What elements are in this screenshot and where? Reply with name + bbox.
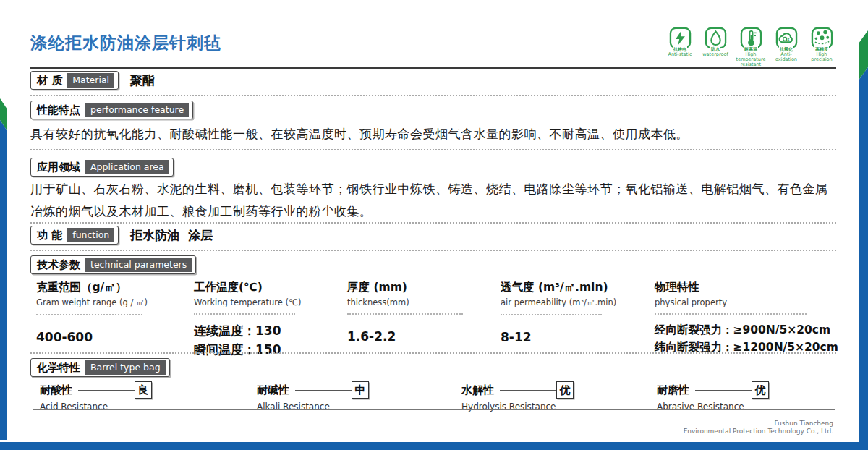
feature-zh-label: 耐高温 bbox=[744, 46, 758, 51]
chem-alkali-resistance: 耐碱性 中 Alkali Resistance bbox=[257, 381, 369, 412]
technical-row: 技术参数 technical parameters bbox=[30, 255, 196, 274]
chemical-zh: 化学特性 bbox=[37, 361, 80, 375]
chem-item-top: 水解性 优 bbox=[461, 381, 574, 399]
chem-grade-box: 良 bbox=[135, 381, 152, 399]
chem-connector-line bbox=[500, 390, 556, 391]
param-divider bbox=[36, 314, 142, 315]
page-title: 涤纶拒水防油涂层针刺毡 bbox=[30, 32, 221, 54]
feature-en-label: High temperature resistant bbox=[736, 52, 766, 67]
param-value: 瞬间温度：150 bbox=[194, 341, 339, 358]
param-divider bbox=[501, 314, 602, 315]
feature-high-temperature: 耐高温 High temperature resistant bbox=[736, 27, 765, 67]
application-row: 应用领域 Application area bbox=[30, 158, 174, 177]
application-section-label: 应用领域 Application area bbox=[30, 158, 174, 177]
feature-zh-label: 抗静电 bbox=[673, 46, 687, 51]
section-divider bbox=[30, 222, 836, 224]
chem-hydrolysis-resistance: 水解性 优 Hydrolysis Resistance bbox=[461, 381, 574, 412]
company-name-line2: Environmental Protection Technology Co.,… bbox=[684, 428, 833, 436]
param-zh-header: 物理特性 bbox=[655, 280, 850, 295]
application-zh: 应用领域 bbox=[37, 161, 80, 174]
performance-en-badge: performance feature bbox=[85, 103, 189, 117]
param-gram-weight: 克重范围（g/㎡） Gram weight range (g / ㎡) 400-… bbox=[36, 280, 181, 344]
param-thickness: 厚度 (mm) thickness(mm) 1.6-2.2 bbox=[347, 280, 485, 344]
material-zh: 材 质 bbox=[37, 74, 62, 88]
performance-zh: 性能特点 bbox=[37, 103, 80, 117]
function-section-label: 功 能 function bbox=[30, 226, 119, 245]
application-text: 用于矿山、石灰石粉、水泥的生料、磨机、包装等环节；钢铁行业中炼铁、铸造、烧结、电… bbox=[30, 178, 833, 223]
param-en-header: thickness(mm) bbox=[347, 297, 485, 307]
performance-text: 具有较好的抗氧化能力、耐酸碱性能一般、在较高温度时、预期寿命会受烟气含水量的影响… bbox=[30, 123, 833, 145]
param-zh-header: 透气度 (m³/㎡.min) bbox=[501, 280, 642, 295]
feature-high-precision: 高精度 High precision bbox=[807, 27, 836, 67]
feature-waterproof: 防水 waterproof bbox=[701, 27, 730, 67]
material-value: 聚酯 bbox=[130, 72, 155, 89]
chemical-row: 化学特性 Barrel type bag bbox=[30, 358, 170, 377]
chem-connector-line bbox=[78, 390, 135, 391]
chem-zh-label: 水解性 bbox=[461, 383, 494, 397]
technical-zh: 技术参数 bbox=[37, 258, 80, 272]
section-divider bbox=[30, 95, 836, 96]
param-divider bbox=[655, 313, 807, 315]
company-name-line1: Fushun Tiancheng bbox=[684, 420, 833, 428]
param-en-header: Gram weight range (g / ㎡) bbox=[36, 297, 181, 308]
chem-acid-resistance: 耐酸性 良 Acid Resistance bbox=[40, 381, 152, 412]
technical-en-badge: technical parameters bbox=[85, 258, 192, 272]
param-divider bbox=[194, 313, 295, 315]
param-zh-header: 克重范围（g/㎡） bbox=[36, 280, 181, 295]
param-physical-property: 物理特性 physical property 经向断裂强力：≥900N/5×20… bbox=[655, 280, 850, 355]
material-row: 材 质 Material 聚酯 bbox=[30, 71, 155, 90]
function-value: 拒水防油 涂层 bbox=[130, 227, 213, 244]
performance-row: 性能特点 performance feature bbox=[30, 101, 193, 119]
footer-divider bbox=[33, 409, 835, 410]
feature-zh-label: 抗氧化 bbox=[779, 46, 793, 51]
material-section-label: 材 质 Material bbox=[30, 71, 119, 90]
function-zh: 功 能 bbox=[37, 229, 62, 242]
chem-item-top: 耐碱性 中 bbox=[257, 381, 369, 399]
param-en-header: physical property bbox=[655, 297, 850, 307]
feature-icon-row: 抗静电 Anti-static 防水 waterproof bbox=[665, 27, 836, 67]
chem-zh-label: 耐磨性 bbox=[657, 383, 689, 397]
product-spec-page: 涤纶拒水防油涂层针刺毡 抗静电 Anti-static 防水 waterproo… bbox=[0, 0, 868, 450]
chem-grade-box: 优 bbox=[556, 381, 574, 399]
param-zh-header: 厚度 (mm) bbox=[347, 280, 485, 295]
feature-zh-label: 防水 bbox=[710, 46, 720, 51]
feature-en-label: waterproof bbox=[702, 52, 728, 57]
chem-item-top: 耐磨性 优 bbox=[657, 381, 769, 399]
param-value: 8-12 bbox=[501, 330, 642, 344]
feature-zh-label: 高精度 bbox=[814, 46, 829, 51]
param-value: 1.6-2.2 bbox=[347, 329, 485, 344]
param-value: 经向断裂强力：≥900N/5×20cm bbox=[655, 323, 850, 338]
company-footer: Fushun Tiancheng Environmental Protectio… bbox=[684, 420, 833, 436]
feature-en-label: Anti-static bbox=[668, 52, 692, 57]
param-working-temperature: 工作温度(℃) Working temperature (℃) 连续温度：130… bbox=[194, 280, 339, 358]
material-en-badge: Material bbox=[67, 73, 114, 88]
application-en-badge: Application area bbox=[85, 160, 169, 174]
chem-connector-line bbox=[695, 390, 752, 391]
function-en-badge: function bbox=[67, 228, 114, 242]
param-value: 400-600 bbox=[36, 330, 181, 344]
chem-item-top: 耐酸性 良 bbox=[40, 381, 152, 399]
chem-zh-label: 耐碱性 bbox=[257, 383, 289, 397]
function-row: 功 能 function 拒水防油 涂层 bbox=[30, 226, 213, 245]
section-divider bbox=[30, 352, 836, 354]
chem-zh-label: 耐酸性 bbox=[40, 383, 72, 397]
title-divider bbox=[30, 67, 836, 69]
param-zh-header: 工作温度(℃) bbox=[194, 280, 339, 295]
feature-en-label: High precision bbox=[807, 52, 836, 62]
param-value: 连续温度：130 bbox=[194, 323, 339, 339]
chem-grade-box: 中 bbox=[352, 381, 369, 399]
feature-anti-oxidation: 2 抗氧化 Anti-oxidation bbox=[772, 27, 801, 67]
feature-en-label: Anti-oxidation bbox=[772, 52, 801, 62]
param-divider bbox=[347, 313, 463, 315]
technical-section-label: 技术参数 technical parameters bbox=[30, 255, 196, 274]
param-air-permeability: 透气度 (m³/㎡.min) air permeability (m³/㎡.mi… bbox=[501, 280, 642, 344]
feature-anti-static: 抗静电 Anti-static bbox=[665, 27, 694, 67]
chemical-en-badge: Barrel type bag bbox=[85, 360, 166, 375]
chem-abrasive-resistance: 耐磨性 优 Abrasive Resistance bbox=[657, 381, 769, 412]
param-en-header: air permeability (m³/㎡.min) bbox=[501, 297, 642, 308]
section-divider bbox=[30, 250, 836, 251]
chemical-section-label: 化学特性 Barrel type bag bbox=[30, 358, 170, 377]
performance-section-label: 性能特点 performance feature bbox=[30, 101, 193, 119]
param-en-header: Working temperature (℃) bbox=[194, 297, 339, 307]
chem-connector-line bbox=[295, 390, 352, 391]
